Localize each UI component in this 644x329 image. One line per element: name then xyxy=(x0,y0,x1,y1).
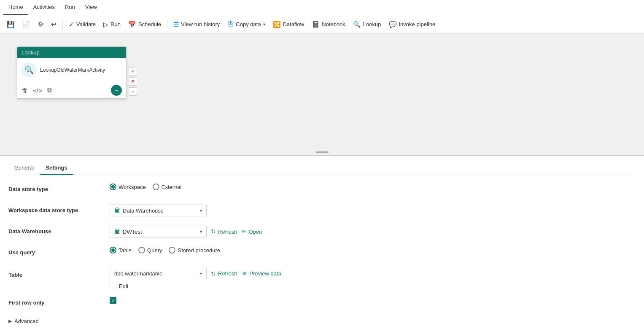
table-radio[interactable]: Table xyxy=(110,247,132,253)
use-query-label: Use query xyxy=(8,247,110,256)
external-radio-circle xyxy=(153,183,159,190)
storedprocedure-radio[interactable]: Stored procedure xyxy=(169,247,220,253)
table-value: dbo.watermarktable xyxy=(114,270,162,277)
copy-icon[interactable]: ⧉ xyxy=(47,86,52,94)
copydata-arrow: ▾ xyxy=(263,22,265,27)
nav-tab-activities[interactable]: Activities xyxy=(28,0,60,15)
run-icon: ▷ xyxy=(103,21,108,28)
lookup-card-footer: 🗑 </> ⧉ → xyxy=(17,82,126,98)
resize-handle[interactable] xyxy=(316,151,329,153)
dropdown-arrow3-icon: ▾ xyxy=(200,271,202,276)
workspace-data-store-type-row: Workspace data store type 🏛 Data Warehou… xyxy=(8,205,636,218)
saveas-icon: 📄 xyxy=(22,21,30,28)
data-store-type-row: Data store type Workspace External xyxy=(8,183,636,197)
toolbar-divider-1 xyxy=(62,19,63,30)
preview-data-button[interactable]: 👁 Preview data xyxy=(242,270,281,277)
use-query-row: Use query Table Query Stored procedure xyxy=(8,247,636,260)
copydata-label: Copy data xyxy=(236,21,261,27)
preview-data-label: Preview data xyxy=(250,270,281,277)
data-warehouse-row: Data Warehouse 🏛 DWTest ▾ ↻ Refresh ✏ Op… xyxy=(8,226,636,239)
lookup-label: Lookup xyxy=(363,21,381,27)
edit-checkbox[interactable]: Edit xyxy=(110,283,128,289)
table-control: dbo.watermarktable ▾ ↻ Refresh 👁 Preview… xyxy=(110,268,281,279)
copydata-button[interactable]: 🗄 Copy data ▾ xyxy=(224,19,268,30)
open-label: Open xyxy=(249,229,262,235)
undo-icon: ↩ xyxy=(51,21,57,28)
success-connector[interactable]: ✓ xyxy=(129,67,137,76)
dataflow-icon: 🔀 xyxy=(273,21,281,28)
advanced-label: Advanced xyxy=(14,318,39,324)
first-row-only-checkbox-box: ✓ xyxy=(110,297,116,304)
delete-icon[interactable]: 🗑 xyxy=(22,87,28,94)
dataflow-button[interactable]: 🔀 Dataflow xyxy=(269,19,308,30)
workspace-data-store-dropdown[interactable]: 🏛 Data Warehouse ▾ xyxy=(110,205,207,216)
storedprocedure-radio-label: Stored procedure xyxy=(178,247,220,253)
schedule-label: Schedule xyxy=(138,21,161,27)
schedule-icon: 📅 xyxy=(128,21,136,28)
query-radio[interactable]: Query xyxy=(138,247,162,253)
dwtest-icon: 🏛 xyxy=(114,228,120,235)
workspace-radio-label: Workspace xyxy=(119,184,146,190)
data-warehouse-value: DWTest xyxy=(123,229,142,235)
validate-icon: ✓ xyxy=(69,21,74,28)
first-row-only-control: ✓ xyxy=(110,297,116,304)
tab-settings[interactable]: Settings xyxy=(40,161,73,175)
use-query-control: Table Query Stored procedure xyxy=(110,247,220,253)
saveas-button[interactable]: 📄 xyxy=(19,19,34,30)
viewrunhistory-icon: ☰ xyxy=(173,21,179,28)
save-button[interactable]: 💾 xyxy=(3,19,18,30)
code-icon[interactable]: </> xyxy=(33,87,42,94)
first-row-only-checkbox[interactable]: ✓ xyxy=(110,297,116,304)
warehouse-icon: 🏛 xyxy=(114,207,120,214)
preview-data-icon: 👁 xyxy=(242,270,248,277)
nav-tab-run[interactable]: Run xyxy=(60,0,80,15)
nav-tab-home[interactable]: Home xyxy=(3,0,28,15)
table-label: Table xyxy=(8,269,110,278)
undo-button[interactable]: ↩ xyxy=(48,19,60,30)
tab-general[interactable]: General xyxy=(8,161,40,175)
canvas-area[interactable]: Lookup 🔍 LookupOldWaterMarkActivity 🗑 </… xyxy=(0,34,644,156)
settings-form: Data store type Workspace External Works… xyxy=(8,175,636,329)
data-warehouse-control: 🏛 DWTest ▾ ↻ Refresh ✏ Open xyxy=(110,226,262,237)
table-radio-label: Table xyxy=(119,247,132,253)
save-icon: 💾 xyxy=(7,21,15,28)
refresh-table-button[interactable]: ↻ Refresh xyxy=(211,270,237,277)
storedprocedure-radio-circle xyxy=(169,247,175,253)
run-button[interactable]: ▷ Run xyxy=(100,19,124,30)
invokepipeline-button[interactable]: 💬 Invoke pipeline xyxy=(385,19,439,30)
validate-button[interactable]: ✓ Validate xyxy=(65,19,99,30)
workspace-radio-circle xyxy=(110,183,116,190)
chevron-right-icon: ▶ xyxy=(8,318,12,324)
top-nav: Home Activities Run View xyxy=(0,0,644,15)
open-button[interactable]: ✏ Open xyxy=(242,228,262,235)
refresh-dw-icon: ↻ xyxy=(211,228,216,235)
data-warehouse-label: Data Warehouse xyxy=(8,226,110,235)
external-radio[interactable]: External xyxy=(153,183,182,190)
workspace-data-store-type-control: 🏛 Data Warehouse ▾ xyxy=(110,205,207,216)
completion-connector[interactable]: → xyxy=(129,87,137,96)
workspace-data-store-value: Data Warehouse xyxy=(123,208,164,214)
nav-tab-view[interactable]: View xyxy=(80,0,102,15)
lookup-toolbar-button[interactable]: 🔍 Lookup xyxy=(350,19,385,30)
refresh-dw-button[interactable]: ↻ Refresh xyxy=(211,228,237,235)
dropdown-arrow2-icon: ▾ xyxy=(200,229,202,234)
table-radio-circle xyxy=(110,247,116,253)
data-store-type-label: Data store type xyxy=(8,183,110,192)
advanced-row[interactable]: ▶ Advanced xyxy=(8,318,636,324)
next-arrow-icon[interactable]: → xyxy=(111,85,122,96)
table-dropdown[interactable]: dbo.watermarktable ▾ xyxy=(110,268,207,279)
settings-button[interactable]: ⚙ xyxy=(35,19,47,30)
refresh-dw-label: Refresh xyxy=(218,229,237,235)
dataflow-label: Dataflow xyxy=(283,21,304,27)
viewrunhistory-label: View run history xyxy=(181,21,220,27)
failure-connector[interactable]: ✕ xyxy=(129,77,137,86)
data-warehouse-dropdown[interactable]: 🏛 DWTest ▾ xyxy=(110,226,207,237)
notebook-button[interactable]: 📓 Notebook xyxy=(308,19,349,30)
external-radio-label: External xyxy=(162,184,182,190)
viewrunhistory-button[interactable]: ☰ View run history xyxy=(170,19,223,30)
schedule-button[interactable]: 📅 Schedule xyxy=(125,19,164,30)
workspace-radio[interactable]: Workspace xyxy=(110,183,146,190)
toolbar: 💾 📄 ⚙ ↩ ✓ Validate ▷ Run 📅 Schedule ☰ Vi… xyxy=(0,15,644,34)
data-store-type-control: Workspace External xyxy=(110,183,182,190)
settings-tabs: General Settings xyxy=(8,156,636,175)
